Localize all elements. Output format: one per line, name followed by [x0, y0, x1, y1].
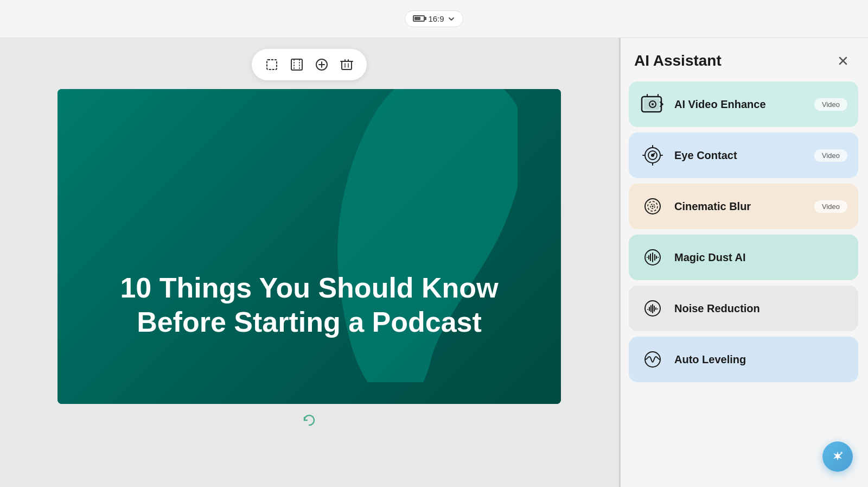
cinematic-blur-badge: Video [814, 200, 847, 213]
main-content: 10 Things You Should Know Before Startin… [0, 38, 868, 487]
ai-card-eye-contact[interactable]: Eye Contact Video [629, 132, 858, 178]
ai-card-auto-leveling[interactable]: Auto Leveling [629, 337, 858, 382]
ai-assistant-panel: AI Assistant [618, 38, 868, 487]
ai-video-enhance-icon [640, 91, 666, 117]
noise-reduction-label: Noise Reduction [674, 302, 847, 315]
add-button[interactable] [310, 53, 333, 76]
bottom-bar [299, 404, 319, 437]
cinematic-blur-icon [640, 193, 666, 219]
svg-point-28 [652, 206, 654, 207]
svg-point-45 [645, 352, 660, 367]
panel-divider [619, 38, 621, 487]
ai-panel-title: AI Assistant [634, 52, 722, 69]
ai-cards-list: AI Video Enhance Video [619, 81, 868, 392]
svg-rect-1 [291, 59, 302, 70]
ai-video-enhance-badge: Video [814, 98, 847, 111]
canvas-area: 10 Things You Should Know Before Startin… [0, 38, 618, 487]
chevron-down-icon [448, 15, 455, 23]
magic-dust-ai-label: Magic Dust AI [674, 251, 847, 264]
svg-point-16 [652, 103, 654, 105]
aspect-ratio-label: 16:9 [428, 14, 444, 23]
canvas-toolbar [252, 49, 367, 80]
battery-icon-wrapper [413, 14, 425, 23]
svg-point-20 [654, 153, 655, 155]
ai-card-cinematic-blur[interactable]: Cinematic Blur Video [629, 184, 858, 229]
auto-leveling-icon [640, 346, 666, 372]
noise-reduction-icon [640, 295, 666, 321]
delete-button[interactable] [335, 53, 358, 76]
video-preview: 10 Things You Should Know Before Startin… [58, 89, 561, 404]
top-bar: 16:9 [0, 0, 868, 38]
svg-rect-7 [342, 61, 352, 69]
fab-ai-button[interactable] [822, 441, 853, 472]
aspect-ratio-selector[interactable]: 16:9 [405, 10, 463, 27]
trim-button[interactable] [285, 53, 308, 76]
eye-contact-icon [640, 142, 666, 168]
video-title: 10 Things You Should Know Before Startin… [90, 271, 528, 339]
eye-contact-badge: Video [814, 149, 847, 162]
eye-contact-label: Eye Contact [674, 149, 806, 162]
ai-card-ai-video-enhance[interactable]: AI Video Enhance Video [629, 81, 858, 127]
cinematic-blur-label: Cinematic Blur [674, 200, 806, 213]
auto-leveling-label: Auto Leveling [674, 353, 847, 366]
ai-panel-header: AI Assistant [619, 38, 868, 81]
ai-card-magic-dust-ai[interactable]: Magic Dust AI [629, 235, 858, 280]
magic-dust-ai-icon [640, 244, 666, 270]
refresh-button[interactable] [299, 410, 319, 430]
ai-card-noise-reduction[interactable]: Noise Reduction [629, 286, 858, 331]
crop-button[interactable] [260, 53, 283, 76]
svg-rect-0 [267, 60, 277, 69]
ai-video-enhance-label: AI Video Enhance [674, 98, 806, 111]
close-button[interactable] [833, 51, 853, 71]
svg-point-46 [840, 452, 843, 454]
